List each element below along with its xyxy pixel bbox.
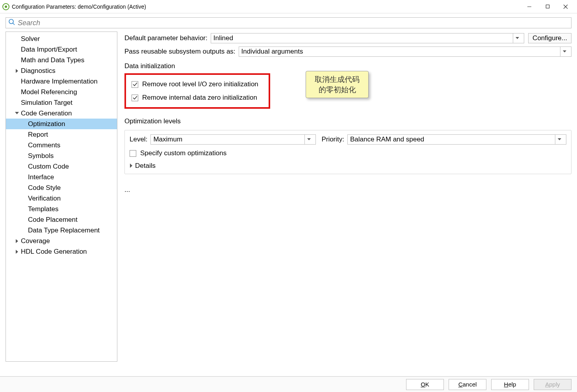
search-bar-wrap bbox=[0, 13, 577, 32]
tree-item-label: Solver bbox=[21, 35, 40, 43]
tree-item-code-generation[interactable]: Code Generation bbox=[6, 108, 117, 119]
custom-opt-checkbox[interactable] bbox=[130, 150, 136, 157]
chevron-down-icon bbox=[15, 111, 19, 116]
dropdown-arrow-icon bbox=[555, 135, 564, 144]
tree-item-label: Math and Data Types bbox=[21, 56, 84, 64]
app-icon bbox=[2, 3, 9, 10]
opt-levels-label: Optimization levels bbox=[124, 117, 571, 125]
priority-select[interactable]: Balance RAM and speed bbox=[347, 134, 566, 145]
remove-root-io-checkbox[interactable] bbox=[132, 81, 138, 88]
maximize-button[interactable] bbox=[538, 1, 557, 13]
tree-item-label: Code Placement bbox=[28, 216, 78, 224]
svg-line-7 bbox=[13, 23, 15, 25]
configure-button[interactable]: Configure... bbox=[528, 33, 571, 43]
tree-item-diagnostics[interactable]: Diagnostics bbox=[6, 65, 117, 76]
tree-item-label: Code Generation bbox=[21, 109, 72, 117]
custom-opt-label: Specify custom optimizations bbox=[140, 149, 226, 157]
nav-tree: SolverData Import/ExportMath and Data Ty… bbox=[6, 32, 117, 362]
level-value: Maximum bbox=[153, 136, 182, 143]
tree-item-label: Optimization bbox=[28, 120, 65, 128]
tree-item-code-placement[interactable]: Code Placement bbox=[6, 214, 117, 225]
tree-item-label: Templates bbox=[28, 205, 58, 213]
details-toggle[interactable]: Details bbox=[130, 162, 566, 170]
tree-item-label: Model Referencing bbox=[21, 88, 77, 96]
tree-item-data-import-export[interactable]: Data Import/Export bbox=[6, 44, 117, 55]
help-button[interactable]: Help bbox=[491, 379, 529, 390]
cancel-button[interactable]: Cancel bbox=[449, 379, 486, 390]
remove-internal-label: Remove internal data zero initialization bbox=[142, 94, 257, 102]
search-box[interactable] bbox=[6, 17, 571, 28]
ok-button[interactable]: OK bbox=[406, 379, 444, 390]
callout-line1: 取消生成代码 bbox=[315, 74, 360, 85]
tree-item-label: HDL Code Generation bbox=[21, 247, 87, 256]
search-icon bbox=[8, 19, 15, 27]
tree-item-label: Symbols bbox=[28, 152, 54, 160]
help-rest: elp bbox=[508, 381, 516, 388]
callout-line2: 的零初始化 bbox=[315, 85, 360, 95]
tree-item-custom-code[interactable]: Custom Code bbox=[6, 161, 117, 172]
ok-rest: K bbox=[425, 381, 429, 388]
level-select[interactable]: Maximum bbox=[150, 134, 316, 145]
priority-value: Balance RAM and speed bbox=[350, 136, 424, 143]
main-content: SolverData Import/ExportMath and Data Ty… bbox=[0, 32, 577, 362]
default-behavior-value: Inlined bbox=[213, 34, 233, 42]
minimize-button[interactable] bbox=[520, 1, 538, 13]
chevron-right-icon bbox=[130, 162, 133, 169]
cancel-rest: ancel bbox=[462, 381, 477, 388]
chevron-right-icon bbox=[15, 69, 19, 73]
tree-item-label: Simulation Target bbox=[21, 98, 72, 107]
priority-label: Priority: bbox=[321, 136, 344, 143]
tree-item-label: Coverage bbox=[21, 237, 50, 245]
tree-item-label: Interface bbox=[28, 173, 54, 181]
window-titlebar: Configuration Parameters: demo/Configura… bbox=[0, 0, 577, 13]
chevron-right-icon bbox=[15, 249, 19, 254]
tree-item-model-referencing[interactable]: Model Referencing bbox=[6, 87, 117, 97]
tree-item-label: Data Type Replacement bbox=[28, 226, 100, 234]
apply-button[interactable]: Apply bbox=[534, 379, 571, 390]
tree-item-label: Hardware Implementation bbox=[21, 77, 98, 85]
tree-item-data-type-replacement[interactable]: Data Type Replacement bbox=[6, 225, 117, 236]
tree-item-math-and-data-types[interactable]: Math and Data Types bbox=[6, 55, 117, 65]
tree-item-symbols[interactable]: Symbols bbox=[6, 150, 117, 161]
apply-rest: pply bbox=[549, 381, 560, 388]
tree-item-verification[interactable]: Verification bbox=[6, 193, 117, 204]
window-title: Configuration Parameters: demo/Configura… bbox=[12, 4, 520, 10]
dropdown-arrow-icon bbox=[560, 47, 569, 56]
remove-root-io-label: Remove root level I/O zero initializatio… bbox=[142, 80, 258, 88]
chevron-right-icon bbox=[15, 239, 19, 243]
details-label: Details bbox=[135, 162, 156, 170]
level-label: Level: bbox=[130, 136, 147, 143]
pass-reusable-value: Individual arguments bbox=[241, 48, 303, 56]
svg-point-6 bbox=[9, 19, 13, 24]
tree-item-templates[interactable]: Templates bbox=[6, 204, 117, 214]
options-panel: Default parameter behavior: Inlined Conf… bbox=[117, 32, 571, 362]
tree-item-simulation-target[interactable]: Simulation Target bbox=[6, 97, 117, 108]
ellipsis-text: ... bbox=[124, 186, 571, 194]
tree-item-coverage[interactable]: Coverage bbox=[6, 236, 117, 246]
dialog-button-bar: OK Cancel Help Apply bbox=[0, 376, 577, 392]
tree-item-optimization[interactable]: Optimization bbox=[6, 119, 117, 129]
tree-item-hdl-code-generation[interactable]: HDL Code Generation bbox=[6, 246, 117, 257]
tree-item-label: Diagnostics bbox=[21, 67, 56, 75]
tree-item-report[interactable]: Report bbox=[6, 129, 117, 140]
highlight-box: Remove root level I/O zero initializatio… bbox=[124, 73, 270, 109]
tree-item-label: Custom Code bbox=[28, 162, 69, 171]
default-behavior-select[interactable]: Inlined bbox=[211, 33, 524, 43]
dropdown-arrow-icon bbox=[304, 135, 313, 144]
tree-item-label: Comments bbox=[28, 141, 60, 149]
pass-reusable-select[interactable]: Individual arguments bbox=[239, 46, 571, 57]
tree-item-label: Verification bbox=[28, 194, 61, 203]
tree-item-comments[interactable]: Comments bbox=[6, 140, 117, 150]
tree-item-label: Report bbox=[28, 130, 48, 139]
svg-point-1 bbox=[5, 6, 7, 8]
tree-item-code-style[interactable]: Code Style bbox=[6, 182, 117, 193]
tree-item-hardware-implementation[interactable]: Hardware Implementation bbox=[6, 76, 117, 87]
opt-levels-panel: Level: Maximum Priority: Balance RAM and… bbox=[124, 130, 571, 174]
tree-item-interface[interactable]: Interface bbox=[6, 172, 117, 182]
close-button[interactable] bbox=[557, 1, 575, 13]
data-init-label: Data initialization bbox=[124, 62, 571, 70]
search-input[interactable] bbox=[18, 19, 569, 27]
tree-item-label: Data Import/Export bbox=[21, 45, 77, 54]
tree-item-solver[interactable]: Solver bbox=[6, 33, 117, 44]
remove-internal-checkbox[interactable] bbox=[132, 95, 138, 101]
